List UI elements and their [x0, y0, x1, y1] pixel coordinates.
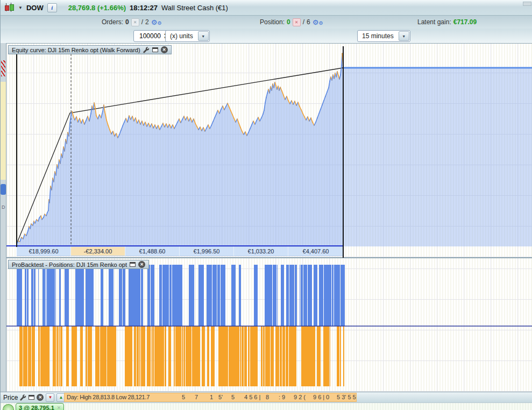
position-marker-icon: [3, 404, 14, 410]
position-count: 0: [287, 18, 290, 26]
order-entry-bar: ▲ ▼ (x) units ▼ 15 minutes ▼: [1, 29, 532, 44]
units-dropdown[interactable]: (x) units ▼: [165, 30, 210, 42]
position-configured: 6: [307, 18, 310, 26]
walk-forward-segment-value: €18,999.60: [17, 246, 71, 256]
quantity-stepper[interactable]: ▲ ▼: [133, 30, 169, 42]
walk-forward-segment-value: €1,996.50: [180, 246, 234, 256]
axis-label-fragment: 8: [266, 394, 269, 400]
axis-label-fragment: 5': [218, 394, 223, 400]
price-pane-header: Price ✕ ▼ ▲ Day: High 28,813.8 Low 28,12…: [1, 392, 532, 402]
walk-forward-value-strip: €18,999.60-€2,334.00€1,488.60€1,996.50€1…: [6, 246, 532, 257]
clock: 18:12:27: [130, 4, 158, 12]
trend-line: [17, 68, 343, 244]
orders-settings-gear-icon[interactable]: ⚙⚙: [151, 19, 162, 26]
latent-gain-label: Latent gain:: [417, 18, 451, 26]
axis-label-fragment: 4 5 6 |: [244, 394, 260, 400]
position-label: Position:: [260, 18, 285, 26]
axis-label-fragment: 9 2 (: [294, 394, 306, 400]
positions-pane: ProBacktest - Positions: DJI 15m Renko o…: [6, 257, 532, 392]
projection-region-fill: [343, 68, 532, 246]
orders-label: Orders:: [102, 18, 123, 26]
symbol-label[interactable]: DOW: [26, 4, 44, 12]
timeframe-dropdown-caret-icon[interactable]: ▼: [399, 31, 409, 41]
orders-group: Orders: 0 ✕ / 2 ⚙⚙: [102, 16, 161, 29]
detach-window-icon[interactable]: [130, 262, 136, 267]
cancel-orders-icon[interactable]: ✕: [131, 18, 139, 26]
open-position-badge-label: 3 @ 28,795.1: [19, 405, 54, 410]
orders-configured: 2: [145, 18, 149, 26]
candlestick-icon: [4, 3, 15, 12]
walk-forward-segment-value: €1,033.20: [234, 246, 288, 256]
equity-curve-chart: [6, 44, 532, 258]
orders-count: 0: [125, 18, 129, 26]
wrench-icon[interactable]: [20, 394, 26, 401]
positions-bars-chart: [6, 258, 532, 393]
quantity-input[interactable]: [134, 31, 162, 41]
red-drawing-fragment: [1, 60, 5, 76]
position-settings-gear-icon[interactable]: ⚙⚙: [313, 19, 323, 26]
timeframe-dropdown[interactable]: 15 minutes ▼: [357, 30, 410, 42]
close-icon[interactable]: ✕: [138, 261, 145, 268]
latent-gain-group: Latent gain: €717.09: [417, 16, 477, 29]
axis-label-fragment: 5: [231, 394, 235, 400]
axis-label-fragment: : 9: [279, 394, 285, 400]
day-high-low-overlay: Day: High 28,813.8 Low 28,121.7 5715'54 …: [64, 393, 357, 402]
walk-forward-segment-value: €1,488.60: [125, 246, 180, 256]
open-position-badge[interactable]: 3 @ 28,795.1 ✕: [16, 403, 64, 410]
left-edge-panel-fragment: D: [1, 43, 6, 402]
equity-curve-pane: Equity curve: DJI 15m Renko opt (Walk Fo…: [6, 43, 532, 257]
price-chart-top-fragment: 3 @ 28,795.1 ✕: [1, 402, 532, 410]
axis-label-fragment: 5: [182, 394, 185, 400]
yellow-panel-fragment: [1, 82, 6, 180]
latent-gain-value: €717.09: [453, 18, 477, 26]
short-position-bars: [19, 326, 344, 386]
axis-label-fragment: 1: [210, 394, 213, 400]
price-change: 28,769.8 (+1.66%): [68, 4, 126, 12]
axis-label-fragment: 5 3' 5 5 3 5: [337, 394, 357, 400]
walk-forward-segment-value: -€2,334.00: [71, 246, 125, 256]
sell-arrow-icon[interactable]: ▼: [46, 393, 54, 402]
instrument-name: Wall Street Cash (€1): [161, 4, 228, 12]
close-position-badge-icon[interactable]: ✕: [57, 405, 61, 410]
price-pane-label: Price: [3, 394, 18, 401]
orders-separator: /: [141, 18, 143, 26]
equity-pane-title-tab: Equity curve: DJI 15m Renko opt (Walk Fo…: [8, 45, 172, 54]
orders-position-bar: Orders: 0 ✕ / 2 ⚙⚙ Position: 0 ✕ / 6 ⚙⚙ …: [1, 16, 532, 29]
position-group: Position: 0 ✕ / 6 ⚙⚙: [260, 16, 323, 29]
units-dropdown-caret-icon[interactable]: ▼: [198, 31, 209, 41]
window-corner-fragment: [523, 2, 531, 6]
long-position-bars: [17, 265, 345, 326]
axis-label-fragment: 0: [326, 394, 329, 400]
walk-forward-segment-value: €4,407.60: [288, 246, 344, 256]
close-position-icon[interactable]: ✕: [293, 18, 301, 26]
close-icon[interactable]: ✕: [161, 46, 168, 53]
wrench-icon[interactable]: [143, 47, 150, 53]
positions-pane-title-tab: ProBacktest - Positions: DJI 15m Renko o…: [8, 260, 149, 269]
position-separator: /: [303, 18, 304, 26]
axis-label-fragment: 7: [195, 394, 198, 400]
axis-label-fragment: 9 6 |: [313, 394, 324, 400]
equity-curve-line: [17, 53, 343, 244]
day-summary-text: Day: High 28,813.8 Low 28,121.7: [67, 394, 150, 400]
close-icon[interactable]: ✕: [37, 394, 44, 401]
trading-platform-window: { "icons": { "caret_down": "▼", "spin_up…: [0, 0, 532, 410]
positions-pane-title: ProBacktest - Positions: DJI 15m Renko o…: [12, 261, 127, 268]
instrument-toolbar: ▼ DOW i 28,769.8 (+1.66%) 18:12:27 Wall …: [1, 0, 532, 16]
letter-fragment: D: [2, 204, 5, 210]
timeframe-dropdown-value: 15 minutes: [358, 32, 398, 40]
blue-button-fragment: [1, 184, 6, 195]
symbol-dropdown-caret[interactable]: ▼: [18, 5, 23, 10]
detach-window-icon[interactable]: [152, 47, 158, 52]
units-dropdown-value: (x) units: [166, 32, 197, 40]
equity-pane-title: Equity curve: DJI 15m Renko opt (Walk Fo…: [12, 47, 140, 53]
info-icon[interactable]: i: [47, 3, 57, 12]
detach-window-icon[interactable]: [29, 395, 34, 400]
equity-area-fill: [17, 53, 343, 246]
